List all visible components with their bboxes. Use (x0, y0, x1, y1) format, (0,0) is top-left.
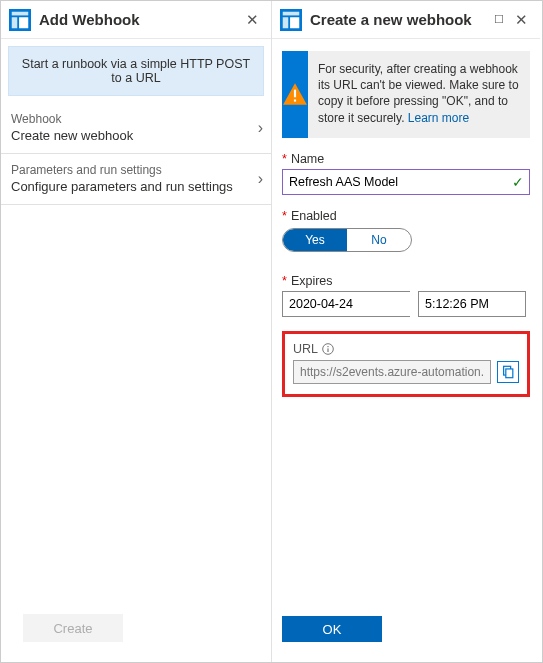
svg-rect-2 (12, 17, 18, 28)
webhook-icon (9, 9, 31, 31)
svg-rect-20 (506, 369, 513, 378)
left-header: Add Webhook ✕ (1, 1, 271, 39)
svg-rect-10 (294, 100, 296, 102)
webhook-icon (280, 9, 302, 31)
close-icon[interactable]: ✕ (241, 9, 263, 31)
learn-more-link[interactable]: Learn more (408, 111, 469, 125)
security-notice: For security, after creating a webhook i… (282, 51, 530, 138)
list-item-caption: Webhook (11, 112, 261, 126)
webhook-list-item[interactable]: Webhook Create new webhook › (1, 103, 271, 154)
right-title: Create a new webhook (310, 11, 488, 28)
svg-rect-17 (327, 348, 328, 352)
name-field-wrap: ✓ (282, 169, 530, 195)
enabled-toggle[interactable]: Yes No (282, 228, 412, 252)
create-webhook-pane: Create a new webhook ☐ ✕ For security, a… (272, 1, 540, 662)
svg-rect-7 (290, 17, 299, 28)
list-item-caption: Parameters and run settings (11, 163, 261, 177)
expires-label: Expires (282, 274, 530, 288)
name-label: Name (282, 152, 530, 166)
url-input[interactable] (293, 360, 491, 384)
toggle-yes[interactable]: Yes (283, 229, 347, 251)
copy-button[interactable] (497, 361, 519, 383)
svg-rect-1 (12, 11, 29, 15)
date-field (282, 291, 410, 317)
left-title: Add Webhook (39, 11, 241, 28)
warning-icon (282, 51, 308, 138)
svg-rect-9 (294, 90, 296, 98)
expires-row (282, 291, 530, 317)
right-header: Create a new webhook ☐ ✕ (272, 1, 540, 39)
svg-rect-5 (283, 11, 300, 15)
list-item-value: Create new webhook (11, 128, 261, 143)
url-label: URL (293, 342, 318, 356)
close-icon[interactable]: ✕ (510, 9, 532, 31)
svg-rect-18 (327, 346, 328, 347)
create-button[interactable]: Create (23, 614, 123, 642)
url-section: URL (282, 331, 530, 397)
expires-time-input[interactable] (418, 291, 526, 317)
maximize-icon[interactable]: ☐ (488, 9, 510, 31)
info-icon (322, 343, 334, 355)
add-webhook-pane: Add Webhook ✕ Start a runbook via a simp… (1, 1, 272, 662)
svg-rect-3 (19, 17, 28, 28)
name-input[interactable] (283, 170, 507, 194)
list-item-value: Configure parameters and run settings (11, 179, 261, 194)
toggle-no[interactable]: No (347, 229, 411, 251)
parameters-list-item[interactable]: Parameters and run settings Configure pa… (1, 154, 271, 205)
chevron-right-icon: › (258, 119, 263, 137)
ok-button[interactable]: OK (282, 616, 382, 642)
enabled-label: Enabled (282, 209, 530, 223)
check-icon: ✓ (507, 174, 529, 190)
notice-text: For security, after creating a webhook i… (318, 61, 520, 126)
chevron-right-icon: › (258, 170, 263, 188)
description-banner: Start a runbook via a simple HTTP POST t… (8, 46, 264, 96)
svg-rect-6 (283, 17, 289, 28)
